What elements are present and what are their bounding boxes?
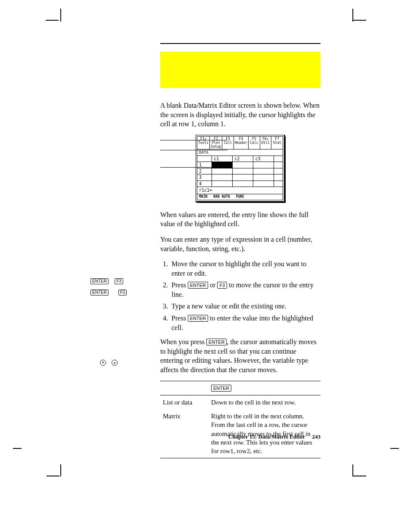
crop-mark xyxy=(353,476,366,476)
f3-key: F3 xyxy=(115,278,123,284)
crop-mark xyxy=(353,20,366,21)
step-2: Press ENTER or F3 to move the cursor to … xyxy=(170,280,321,299)
tbl-hdr-enter: ENTER xyxy=(209,381,321,395)
step-3: Type a new value or edit the existing on… xyxy=(170,302,321,311)
enter-key: ENTER xyxy=(90,289,109,296)
page-footer: Chapter 15: Data/Matrix Editor 243 xyxy=(160,433,321,441)
status-main: MAIN xyxy=(199,195,207,199)
crop-mark xyxy=(47,476,59,476)
col-blank xyxy=(197,156,212,162)
down-arrow-icon: ▾ xyxy=(100,360,106,366)
menu-f4: F4 Header xyxy=(234,137,249,149)
menu-f2: F2 Plot Setup xyxy=(210,137,222,149)
page: ENTER F3 ENTER F3 ▾ ▴ A blank Data/Matri… xyxy=(0,0,411,532)
col-c2: c2 xyxy=(233,156,253,162)
enter-key: ENTER xyxy=(188,282,208,289)
tbl-r1c2: Down to the cell in the next row. xyxy=(209,395,321,409)
status-mode: RAD AUTO xyxy=(213,195,230,199)
menu-f1: F1▾ Tools xyxy=(197,137,210,149)
enter-key: ENTER xyxy=(188,315,208,322)
screen-entry-line: r1c1= xyxy=(197,187,283,194)
row-2: 2 xyxy=(197,168,212,174)
enter-key: ENTER xyxy=(206,339,227,345)
menu-f3: F3 Cell xyxy=(222,137,234,149)
intro-text: A blank Data/Matrix Editor screen is sho… xyxy=(160,101,321,129)
values-text: When values are entered, the entry line … xyxy=(160,210,321,229)
movement-table: ENTER List or data Down to the cell in t… xyxy=(160,381,321,459)
col-c1: c1 xyxy=(212,156,233,162)
enter-key: ENTER xyxy=(90,278,109,284)
f3-key: F3 xyxy=(217,282,227,289)
screen-shadow xyxy=(197,201,286,203)
crop-mark xyxy=(46,20,59,21)
footer-chapter: Chapter 15: Data/Matrix Editor xyxy=(228,433,305,440)
margin-note-keys-2: ENTER F3 xyxy=(90,289,151,296)
crop-mark xyxy=(390,448,399,449)
margin-note-arrows: ▾ ▴ xyxy=(100,358,160,366)
status-func: FUNC xyxy=(236,195,244,199)
f3-key: F3 xyxy=(118,289,127,296)
tbl-r1c1: List or data xyxy=(160,395,209,409)
cell-r1c1 xyxy=(212,162,233,168)
content-column: A blank Data/Matrix Editor screen is sho… xyxy=(160,43,321,458)
top-rule xyxy=(160,43,321,44)
steps-list: Move the cursor to highlight the cell yo… xyxy=(160,259,321,332)
highlight-box xyxy=(160,52,321,88)
crop-mark xyxy=(60,9,61,22)
crop-mark xyxy=(13,448,22,449)
footer-page: 243 xyxy=(312,433,321,440)
enter-key: ENTER xyxy=(211,385,231,392)
screen-status-bar: MAIN RAD AUTO FUNC xyxy=(197,194,283,200)
crop-mark xyxy=(60,464,61,476)
crop-mark xyxy=(352,464,353,476)
margin-note-keys-1: ENTER F3 xyxy=(90,277,151,285)
screen-type-label: DATA xyxy=(197,149,283,156)
row-4: 4 xyxy=(197,180,212,187)
step-1: Move the cursor to highlight the cell yo… xyxy=(170,259,321,278)
tbl-hdr-blank xyxy=(160,381,209,395)
crop-mark xyxy=(352,9,353,22)
col-blank2 xyxy=(274,156,283,162)
row-3: 3 xyxy=(197,174,212,181)
enter-paragraph: When you press ENTER, the cursor automat… xyxy=(160,337,321,374)
screen-shadow xyxy=(284,137,286,203)
col-c3: c3 xyxy=(253,156,274,162)
menu-f6: F6▾ Util xyxy=(260,137,272,149)
step-4: Press ENTER to enter the value into the … xyxy=(170,314,321,332)
menu-f5: F5 Calc xyxy=(249,137,260,149)
up-arrow-icon: ▴ xyxy=(112,360,118,366)
menu-f7: F7 Stat xyxy=(271,137,283,149)
screen-grid: c1 c2 c3 1 2 3 4 xyxy=(197,156,283,187)
types-text: You can enter any type of expression in … xyxy=(160,235,321,253)
screen-menubar: F1▾ Tools F2 Plot Setup F3 Cell F4 Heade… xyxy=(197,136,283,149)
calculator-screen: F1▾ Tools F2 Plot Setup F3 Cell F4 Heade… xyxy=(196,135,285,202)
row-1: 1 xyxy=(197,162,212,168)
